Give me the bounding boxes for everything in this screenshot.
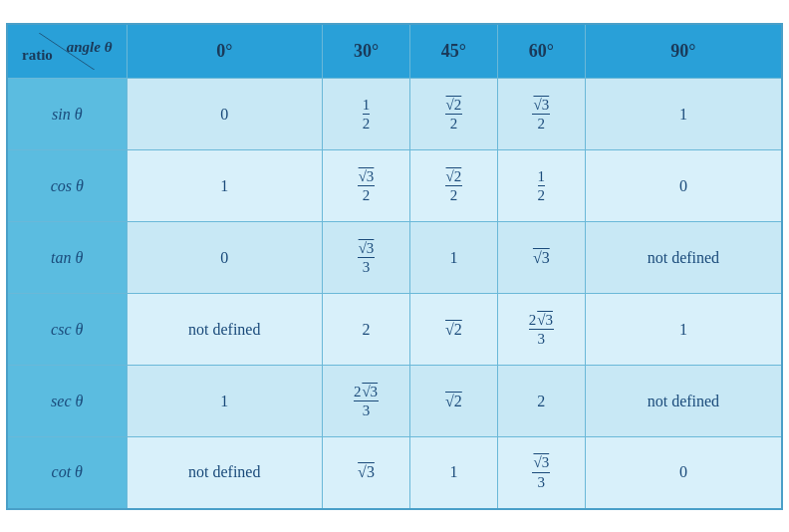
cos-0: 1 <box>127 150 323 222</box>
header-45deg: 45° <box>409 24 497 79</box>
tan-45: 1 <box>409 222 497 294</box>
sin-0: 0 <box>127 79 323 150</box>
sec-row: sec θ 1 2√3 3 √2 2 not defined <box>7 366 782 437</box>
sin-func: sin θ <box>7 79 127 150</box>
csc-45: √2 <box>409 294 497 366</box>
csc-0: not defined <box>127 294 323 366</box>
sec-0: 1 <box>127 366 323 437</box>
cos-row: cos θ 1 √3 2 √2 2 1 2 0 <box>7 150 782 222</box>
csc-90: 1 <box>585 294 782 366</box>
ratio-label: ratio <box>22 47 53 64</box>
sin-60: √3 2 <box>497 79 585 150</box>
tan-func: tan θ <box>7 222 127 294</box>
header-60deg: 60° <box>497 24 585 79</box>
cos-90: 0 <box>585 150 782 222</box>
sec-func: sec θ <box>7 366 127 437</box>
trig-ratio-table: angle θ ratio 0° 30° 45° 60° 90° sin θ 0… <box>6 23 783 510</box>
csc-60: 2√3 3 <box>497 294 585 366</box>
csc-func: csc θ <box>7 294 127 366</box>
sin-30: 1 2 <box>323 79 410 150</box>
sec-60: 2 <box>497 366 585 437</box>
angle-label: angle θ <box>67 39 113 56</box>
corner-header: angle θ ratio <box>7 24 127 79</box>
tan-60: √3 <box>497 222 585 294</box>
sec-90: not defined <box>585 366 782 437</box>
sin-90: 1 <box>585 79 782 150</box>
header-30deg: 30° <box>323 24 410 79</box>
tan-0: 0 <box>127 222 323 294</box>
cos-30: √3 2 <box>323 150 410 222</box>
cot-func: cot θ <box>7 437 127 509</box>
cos-45: √2 2 <box>409 150 497 222</box>
header-90deg: 90° <box>585 24 782 79</box>
sin-row: sin θ 0 1 2 √2 2 √3 2 1 <box>7 79 782 150</box>
cot-60: √3 3 <box>497 437 585 509</box>
sec-30: 2√3 3 <box>323 366 410 437</box>
cot-row: cot θ not defined √3 1 √3 3 0 <box>7 437 782 509</box>
cot-45: 1 <box>409 437 497 509</box>
tan-30: √3 3 <box>323 222 410 294</box>
sec-45: √2 <box>409 366 497 437</box>
cos-func: cos θ <box>7 150 127 222</box>
cot-30: √3 <box>323 437 410 509</box>
header-0deg: 0° <box>127 24 323 79</box>
cos-60: 1 2 <box>497 150 585 222</box>
tan-90: not defined <box>585 222 782 294</box>
cot-0: not defined <box>127 437 323 509</box>
cot-90: 0 <box>585 437 782 509</box>
csc-30: 2 <box>323 294 410 366</box>
tan-row: tan θ 0 √3 3 1 √3 not defined <box>7 222 782 294</box>
sin-45: √2 2 <box>409 79 497 150</box>
csc-row: csc θ not defined 2 √2 2√3 3 1 <box>7 294 782 366</box>
